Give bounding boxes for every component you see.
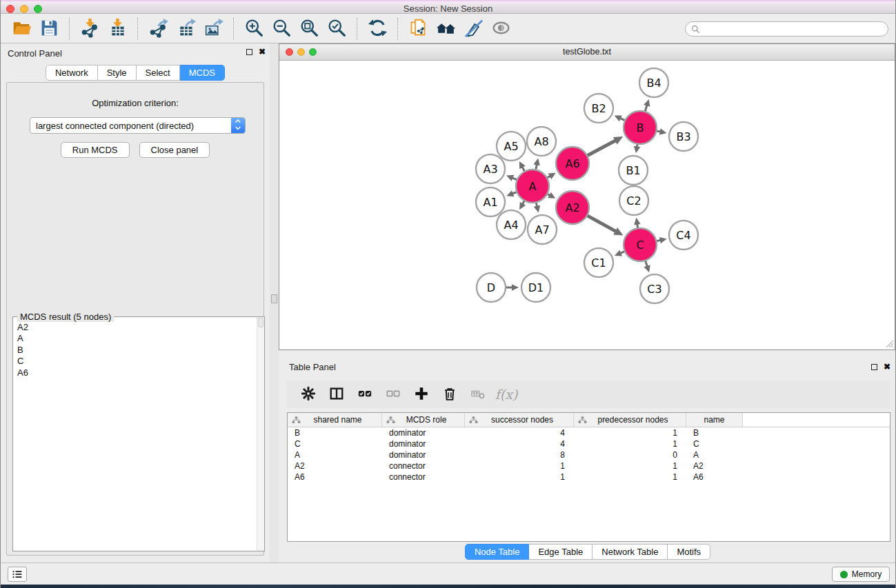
tab-network-table[interactable]: Network Table: [593, 544, 668, 560]
table-cell[interactable]: 1: [574, 460, 686, 472]
zoom-selected-button[interactable]: [323, 17, 350, 41]
edge-A6-B[interactable]: [586, 140, 616, 156]
table-cell[interactable]: connector: [382, 472, 465, 483]
table-cell[interactable]: 4: [465, 438, 574, 449]
tab-network[interactable]: Network: [46, 65, 98, 81]
tab-style[interactable]: Style: [98, 65, 137, 81]
graph-node-A1[interactable]: A1: [476, 187, 505, 216]
table-close-panel-icon[interactable]: ✖: [884, 363, 890, 371]
close-panel-icon[interactable]: ✖: [259, 48, 266, 56]
table-cell[interactable]: 1: [465, 460, 574, 472]
table-cell[interactable]: connector: [382, 460, 465, 472]
delete-row-button[interactable]: [439, 384, 460, 405]
open-file-button[interactable]: [8, 17, 35, 41]
zoom-fit-button[interactable]: [295, 17, 323, 41]
table-cell[interactable]: C: [288, 438, 382, 449]
graph-node-B[interactable]: B: [624, 111, 657, 144]
annotation-mode-button[interactable]: [459, 17, 487, 41]
panel-divider[interactable]: [270, 43, 279, 562]
table-cell[interactable]: 4: [465, 427, 574, 438]
column-header-successor-nodes[interactable]: successor nodes: [465, 413, 574, 427]
export-image-button[interactable]: [199, 17, 227, 41]
mcds-result-item[interactable]: A: [17, 333, 252, 344]
table-cell[interactable]: 1: [574, 427, 686, 438]
graph-node-A[interactable]: A: [516, 170, 549, 203]
duplicate-network-button[interactable]: [404, 17, 432, 41]
graph-node-A3[interactable]: A3: [476, 154, 505, 183]
float-panel-icon[interactable]: [246, 49, 252, 55]
table-cell[interactable]: B: [686, 427, 743, 438]
table-cell[interactable]: dominator: [382, 449, 465, 460]
mcds-result-list[interactable]: A2ABCA6: [14, 319, 256, 550]
table-cell[interactable]: dominator: [382, 438, 465, 449]
search-field[interactable]: [685, 21, 888, 37]
graph-node-D1[interactable]: D1: [521, 273, 550, 302]
table-cell[interactable]: A6: [686, 472, 743, 483]
table-cell[interactable]: dominator: [382, 427, 465, 438]
graph-node-D[interactable]: D: [477, 273, 506, 302]
table-cell[interactable]: A2: [288, 460, 382, 472]
table-cell[interactable]: A: [686, 449, 743, 460]
table-settings-button[interactable]: [298, 384, 319, 405]
deselect-all-button[interactable]: [383, 384, 404, 405]
graph-node-C1[interactable]: C1: [584, 248, 613, 277]
graph-node-A7[interactable]: A7: [528, 215, 557, 244]
edge-A2-C[interactable]: [586, 215, 617, 232]
table-cell[interactable]: 1: [465, 472, 574, 483]
graph-node-A6[interactable]: A6: [556, 147, 589, 180]
mcds-result-item[interactable]: A6: [17, 367, 252, 378]
table-cell[interactable]: A6: [288, 472, 382, 483]
graph-node-A4[interactable]: A4: [497, 210, 526, 239]
memory-button[interactable]: Memory: [832, 567, 890, 582]
select-all-button[interactable]: [355, 384, 375, 405]
graph-node-A2[interactable]: A2: [556, 191, 589, 224]
graph-node-A5[interactable]: A5: [497, 132, 526, 161]
table-cell[interactable]: A2: [686, 460, 743, 472]
column-header-predecessor-nodes[interactable]: predecessor nodes: [574, 413, 686, 427]
table-cell[interactable]: 1: [574, 438, 686, 449]
column-visibility-button[interactable]: [326, 384, 347, 405]
resize-grip-icon[interactable]: [884, 338, 894, 348]
export-network-button[interactable]: [144, 17, 172, 41]
tab-edge-table[interactable]: Edge Table: [529, 544, 593, 560]
zoom-in-button[interactable]: [240, 17, 268, 41]
table-cell[interactable]: A: [288, 449, 382, 460]
mcds-result-item[interactable]: B: [17, 345, 252, 356]
graph-node-B4[interactable]: B4: [639, 68, 668, 97]
network-canvas[interactable]: B4B2BB3A5A8A6A3B1AA1C2A2A4A7CC4C1C3DD1: [279, 61, 895, 349]
graph-node-B1[interactable]: B1: [619, 156, 648, 185]
zoom-out-button[interactable]: [268, 17, 295, 41]
graph-node-A8[interactable]: A8: [527, 127, 556, 156]
column-header-name[interactable]: name: [686, 413, 743, 427]
column-header-shared-name[interactable]: shared name: [288, 413, 382, 427]
network-window-titlebar[interactable]: testGlobe.txt: [279, 44, 895, 61]
task-history-button[interactable]: [8, 567, 27, 582]
graph-node-C3[interactable]: C3: [640, 274, 669, 303]
import-table-button[interactable]: [103, 17, 131, 41]
graph-node-B2[interactable]: B2: [584, 94, 613, 123]
tab-select[interactable]: Select: [137, 65, 180, 81]
table-cell[interactable]: 0: [574, 449, 686, 460]
graph-node-C2[interactable]: C2: [619, 186, 648, 215]
table-float-panel-icon[interactable]: [871, 364, 877, 370]
tab-node-table[interactable]: Node Table: [465, 544, 530, 560]
save-session-button[interactable]: [35, 17, 63, 41]
table-cell[interactable]: 8: [465, 449, 574, 460]
criterion-select[interactable]: largest connected component (directed): [30, 117, 246, 134]
mcds-result-item[interactable]: C: [17, 356, 252, 367]
network-graph[interactable]: B4B2BB3A5A8A6A3B1AA1C2A2A4A7CC4C1C3DD1: [279, 61, 895, 349]
result-scrollbar[interactable]: [257, 317, 264, 551]
run-mcds-button[interactable]: Run MCDS: [61, 142, 130, 158]
show-hide-panel-button[interactable]: [487, 17, 515, 41]
graph-node-B3[interactable]: B3: [669, 122, 698, 151]
home-view-button[interactable]: [432, 17, 459, 41]
divider-handle[interactable]: [271, 294, 277, 303]
mcds-result-item[interactable]: A2: [17, 322, 252, 333]
add-row-button[interactable]: [411, 384, 432, 405]
table-cell[interactable]: 1: [574, 472, 686, 483]
tab-motifs[interactable]: Motifs: [668, 544, 710, 560]
table-cell[interactable]: C: [686, 438, 743, 449]
search-input[interactable]: [704, 24, 882, 34]
column-header-MCDS-role[interactable]: MCDS role: [382, 413, 465, 427]
graph-node-C[interactable]: C: [624, 228, 657, 261]
